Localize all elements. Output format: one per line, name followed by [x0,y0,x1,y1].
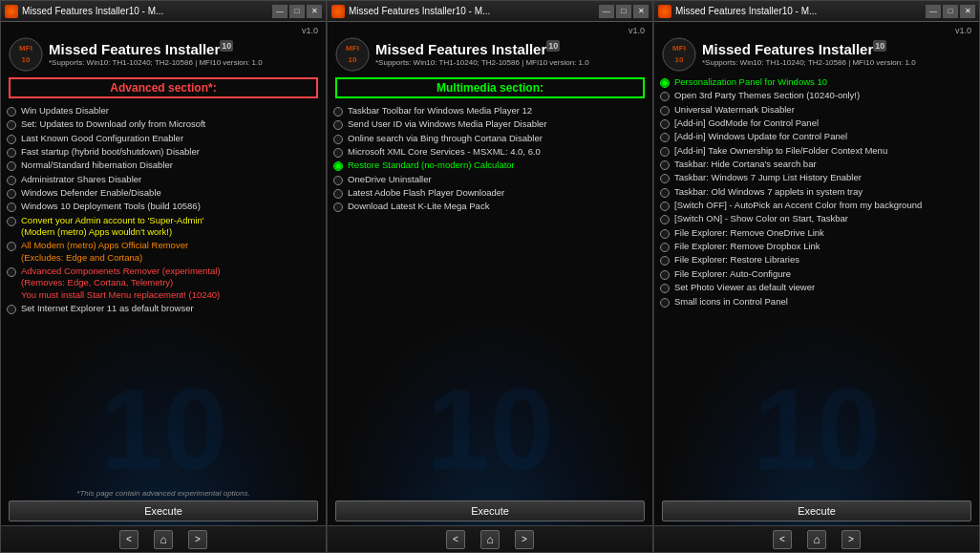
item-radio[interactable] [660,92,670,101]
item-row[interactable]: Universal Watermark Disabler [660,103,973,117]
item-row[interactable]: Win Updates Disabler [7,104,320,117]
nav-back-1[interactable]: < [119,530,138,549]
item-label: Advanced Componenets Remover (experiment… [21,266,221,301]
item-radio[interactable] [7,242,16,251]
item-radio[interactable] [333,135,343,144]
item-row[interactable]: File Explorer: Restore Libraries [660,253,973,266]
item-radio[interactable] [333,176,343,185]
item-row[interactable]: Set Internet Explorer 11 as default brow… [7,302,320,315]
item-radio[interactable] [660,78,670,88]
close-btn-3[interactable]: ✕ [960,5,975,18]
minimize-btn-2[interactable]: — [599,5,614,18]
item-row[interactable]: Convert your Admin account to 'Super-Adm… [7,214,320,240]
item-radio[interactable] [333,202,343,212]
item-radio[interactable] [7,189,16,199]
item-label: Restore Standard (no-modern) Calculator [348,160,515,171]
nav-bar-2: < ⌂ > [328,525,652,552]
item-row[interactable]: Personalization Panel for Windows 10 [660,75,973,89]
item-row[interactable]: [Add-in] Windows Update for Control Pane… [660,130,973,143]
item-row[interactable]: [Switch ON] - Show Color on Start, Taskb… [660,212,973,225]
item-radio[interactable] [7,217,16,226]
item-radio[interactable] [7,176,16,185]
item-radio[interactable] [333,120,343,130]
item-row[interactable]: Windows Defender Enable/Disable [7,186,320,200]
item-row[interactable]: Windows 10 Deployment Tools (build 10586… [7,200,320,213]
maximize-btn-2[interactable]: □ [616,5,631,18]
item-radio[interactable] [7,305,16,314]
item-radio[interactable] [333,161,343,171]
item-row[interactable]: Taskbar Toolbar for Windows Media Player… [333,104,647,117]
item-radio[interactable] [660,229,670,239]
execute-btn-2[interactable]: Execute [335,500,645,521]
maximize-btn-3[interactable]: □ [943,5,958,18]
item-row[interactable]: [Switch OFF] - AutoPick an Accent Color … [660,199,973,212]
close-btn-1[interactable]: ✕ [307,5,322,18]
minimize-btn-1[interactable]: — [272,5,288,18]
item-row[interactable]: Last Known Good Configuration Enabler [7,132,320,145]
item-radio[interactable] [660,284,670,293]
item-radio[interactable] [7,202,16,212]
item-row[interactable]: Latest Adobe Flash Player Downloader [333,186,647,200]
nav-forward-1[interactable]: > [188,530,207,549]
item-row[interactable]: Online search via Bing through Cortana D… [333,132,647,145]
maximize-btn-1[interactable]: □ [289,5,305,18]
item-row[interactable]: Send User ID via Windows Media Player Di… [333,117,647,131]
item-radio[interactable] [660,133,670,142]
item-radio[interactable] [660,174,670,183]
item-row[interactable]: [Add-in] GodMode for Control Panel [660,117,973,130]
item-row[interactable]: Taskbar: Hide Cortana's search bar [660,158,973,171]
close-btn-2[interactable]: ✕ [633,5,649,18]
execute-btn-3[interactable]: Execute [662,500,971,521]
app-name-1: Missed Features Installer10 [49,42,263,58]
item-radio[interactable] [660,188,670,198]
nav-back-3[interactable]: < [773,530,792,549]
execute-btn-1[interactable]: Execute [9,500,318,521]
item-radio[interactable] [660,106,670,116]
item-row[interactable]: Advanced Componenets Remover (experiment… [7,265,320,302]
item-row[interactable]: Open 3rd Party Themes Section (10240-onl… [660,89,973,102]
item-radio[interactable] [7,148,16,158]
nav-back-2[interactable]: < [446,530,465,549]
item-radio[interactable] [7,161,16,171]
item-row[interactable]: Set: Updates to Download only from Micro… [7,117,320,131]
item-row[interactable]: File Explorer: Auto-Configure [660,267,973,281]
item-radio[interactable] [333,148,343,158]
item-row[interactable]: Normal/Standard hibernation Disabler [7,159,320,172]
item-label: [Add-in] GodMode for Control Panel [674,117,819,129]
item-row[interactable]: Small icons in Control Panel [660,295,973,308]
item-radio[interactable] [660,243,670,252]
item-radio[interactable] [7,107,16,117]
item-radio[interactable] [7,120,16,130]
item-radio[interactable] [660,256,670,266]
item-radio[interactable] [660,270,670,280]
item-radio[interactable] [7,267,16,277]
item-radio[interactable] [333,107,343,117]
item-radio[interactable] [660,147,670,157]
item-row[interactable]: Restore Standard (no-modern) Calculator [333,159,647,172]
item-radio[interactable] [660,202,670,211]
nav-home-1[interactable]: ⌂ [154,530,173,549]
minimize-btn-3[interactable]: — [926,5,941,18]
item-row[interactable]: Download Latest K-Lite Mega Pack [333,200,647,213]
item-radio[interactable] [333,189,343,199]
item-row[interactable]: [Add-in] Take Ownership to File/Folder C… [660,144,973,158]
item-row[interactable]: Taskbar: Windows 7 Jump List History Ena… [660,171,973,184]
item-radio[interactable] [7,135,16,144]
item-row[interactable]: Taskbar: Old Windows 7 applets in system… [660,185,973,199]
item-row[interactable]: Set Photo Viewer as default viewer [660,281,973,294]
item-row[interactable]: All Modern (metro) Apps Official Remover… [7,239,320,265]
item-radio[interactable] [660,215,670,224]
item-row[interactable]: File Explorer: Remove Dropbox Link [660,240,973,253]
item-row[interactable]: Fast startup (hybrid boot/shutdown) Disa… [7,145,320,159]
nav-home-3[interactable]: ⌂ [807,530,826,549]
item-row[interactable]: Microsoft XML Core Services - MSXML: 4.0… [333,145,647,159]
nav-forward-3[interactable]: > [842,530,861,549]
item-row[interactable]: File Explorer: Remove OneDrive Link [660,226,973,240]
item-radio[interactable] [660,160,670,170]
item-radio[interactable] [660,119,670,129]
nav-home-2[interactable]: ⌂ [480,530,500,549]
item-row[interactable]: OneDrive Uninstaller [333,173,647,186]
nav-forward-2[interactable]: > [515,530,534,549]
item-radio[interactable] [660,298,670,308]
item-row[interactable]: Administrator Shares Disabler [7,173,320,186]
